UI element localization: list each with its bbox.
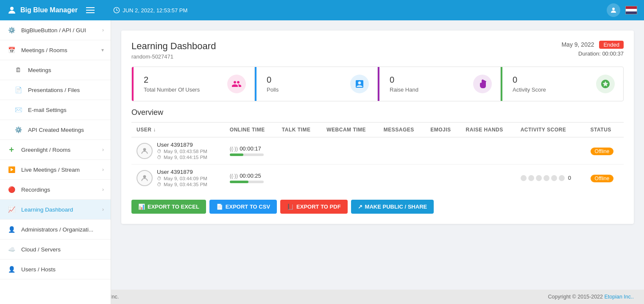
sidebar-item-live-meetings[interactable]: ▶️ Live Meetings / Stream › [0,160,111,180]
user-avatar-icon-2 [140,174,149,182]
table-row: User 4391879 ⏱ May 9, 03:44:09 PM ⏱ May … [131,165,624,192]
export-pdf-button[interactable]: 📕 EXPORT TO PDF [280,200,348,214]
sidebar-label-greenlight: Greenlight / Rooms [21,147,97,153]
user-cell-1: User 4391879 ⏱ May 9, 03:43:58 PM ⏱ May … [131,137,225,165]
stat-bar-activity [501,67,502,101]
col-user: USER ↓ [131,123,225,137]
stat-number-activity: 0 [513,75,546,85]
make-public-button[interactable]: ↗ MAKE PUBLIC / SHARE [351,200,434,214]
talk-time-1 [277,137,321,165]
raise-hand-stat-icon [477,79,488,89]
dashboard-header: Learning Dashboard random-5027471 May 9,… [131,41,624,60]
stat-text-polls: 0 Polls [267,75,279,93]
star-2 [528,175,534,181]
stat-bar-raise-hand [378,67,379,101]
star-3 [536,175,542,181]
users-icon: 👤 [7,265,16,274]
sidebar-item-learning-dashboard[interactable]: 📈 Learning Dashboard › [0,200,111,220]
sidebar-item-users-hosts[interactable]: 👤 Users / Hosts [0,259,111,279]
dashboard-date: May 9, 2022 Ended [561,41,624,49]
star-1 [521,175,527,181]
user-avatar-2 [137,170,153,186]
action-buttons: 📊 EXPORT TO EXCEL 📄 EXPORT TO CSV 📕 EXPO… [131,200,624,214]
online-time-cell-1: ((·)) 00:00:17 [225,137,277,165]
emojis-2 [425,165,460,192]
join-icon-2: ⏱ [157,176,162,181]
table-row: User 4391879 ⏱ May 9, 03:43:58 PM ⏱ May … [131,137,624,165]
file-icon: 📄 [14,85,23,95]
plus-icon: + [7,145,16,154]
chevron-right-icon-2: › [102,147,104,153]
chevron-right-icon-3: › [102,167,104,173]
overview-section: Overview USER ↓ ONLINE TIME TALK TIME WE… [131,108,624,191]
app-logo: Big Blue Manager [7,5,78,15]
col-online-time: ONLINE TIME [225,123,277,137]
stat-number-users: 2 [144,75,200,85]
csv-icon: 📄 [216,204,223,210]
status-badge-1: Offline [591,148,613,155]
col-emojis: EMOJIS [425,123,460,137]
sidebar-item-greenlight[interactable]: + Greenlight / Rooms › [0,140,111,160]
user-avatar[interactable] [607,3,620,17]
stat-card-raise-hand: 0 Raise Hand [378,67,501,101]
user-info-1: User 4391879 ⏱ May 9, 03:43:58 PM ⏱ May … [137,142,220,160]
calendar-icon: 📅 [7,45,16,55]
leave-icon-2: ⏱ [157,182,162,187]
col-status: STATUS [585,123,624,137]
activity-stat-icon [600,79,611,89]
sidebar-label-users-hosts: Users / Hosts [21,266,104,273]
stat-card-polls: 0 Polls [255,67,378,101]
recording-icon: 🔴 [7,185,16,194]
col-messages: MESSAGES [379,123,426,137]
chevron-down-icon: ▾ [101,47,104,53]
stat-label-activity: Activity Score [513,86,546,93]
dashboard-header-right: May 9, 2022 Ended Duration: 00:00:37 [561,41,624,57]
stat-text-users: 2 Total Number Of Users [144,75,200,93]
sidebar-label-api-meetings: API Created Meetings [28,127,104,133]
progress-bar-inner-2 [230,181,248,183]
excel-icon: 📊 [138,204,145,210]
cloud-icon: ☁️ [7,245,16,254]
overview-title: Overview [131,108,624,117]
sidebar-label-bigbluebutton: BigBlueButton / API / GUI [21,27,97,33]
sidebar-item-presentations[interactable]: 📄 Presentations / Files [0,80,111,100]
col-activity-score: ACTIVITY SCORE [516,123,585,137]
svg-point-2 [612,8,615,10]
col-talk-time: TALK TIME [277,123,321,137]
sidebar-item-email[interactable]: ✉️ E-mail Settings [0,100,111,120]
stat-text-raise-hand: 0 Raise Hand [390,75,418,93]
stat-icon-raise-hand [473,75,492,93]
leave-icon-1: ⏱ [157,155,162,160]
stat-icon-activity [596,75,615,93]
status-cell-2: Offline [585,165,624,192]
sidebar-item-administrators[interactable]: 👤 Administrators / Organizati... [0,220,111,240]
messages-1 [379,137,426,165]
join-icon-1: ⏱ [157,149,162,154]
stat-number-polls: 0 [267,75,279,85]
pdf-icon: 📕 [287,204,294,210]
hamburger-menu[interactable] [86,7,95,13]
user-icon [7,5,17,15]
language-flag[interactable] [625,6,637,14]
stat-bar-users [132,67,134,101]
chevron-right-icon: › [102,27,104,33]
export-excel-button[interactable]: 📊 EXPORT TO EXCEL [131,200,206,214]
sidebar-item-api-meetings[interactable]: ⚙️ API Created Meetings [0,120,111,140]
sidebar-item-cloud-servers[interactable]: ☁️ Cloud / Servers [0,240,111,259]
sidebar-label-recordings: Recordings [21,187,97,193]
sidebar-item-meetings-rooms[interactable]: 📅 Meetings / Rooms ▾ [0,40,111,60]
export-csv-button[interactable]: 📄 EXPORT TO CSV [209,200,277,214]
table-header-row: USER ↓ ONLINE TIME TALK TIME WEBCAM TIME… [131,123,624,137]
sidebar-item-recordings[interactable]: 🔴 Recordings › [0,180,111,200]
sidebar-item-bigbluebutton[interactable]: ⚙️ BigBlueButton / API / GUI › [0,20,111,40]
sidebar-item-meetings[interactable]: 🗓 Meetings [0,60,111,80]
sidebar: ⚙️ BigBlueButton / API / GUI › 📅 Meeting… [0,20,111,304]
topnav-datetime: JUN 2, 2022, 12:53:57 PM [113,7,187,14]
main-content: Learning Dashboard random-5027471 May 9,… [111,20,644,304]
activity-score-cell-2: 0 [516,165,585,192]
app-name: Big Blue Manager [20,6,78,14]
topnav-right [607,3,637,17]
star-5 [551,175,557,181]
col-raise-hands: RAISE HANDS [461,123,516,137]
footer-link[interactable]: Etopian Inc.. [605,294,634,300]
